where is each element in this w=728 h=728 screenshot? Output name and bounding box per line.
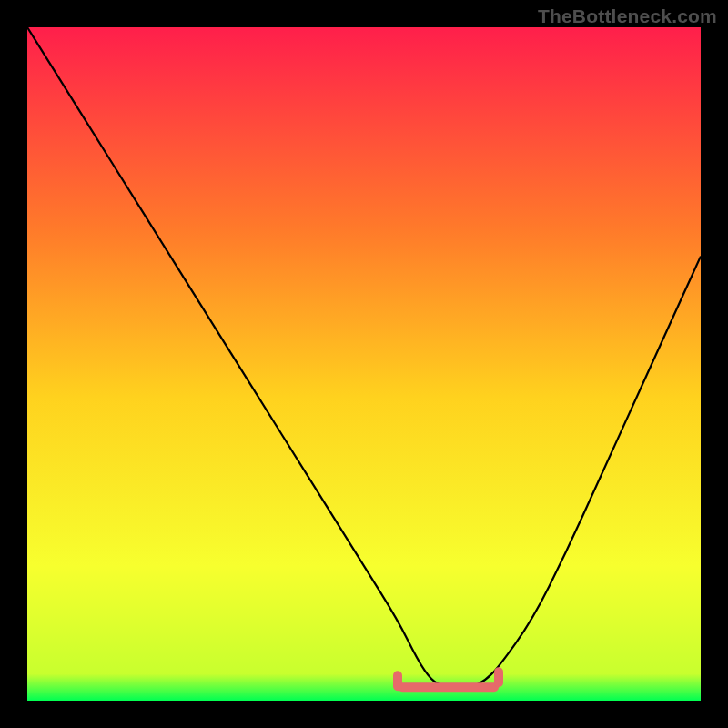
gradient-background	[27, 27, 701, 701]
svg-rect-0	[398, 682, 499, 692]
attribution-text: TheBottleneck.com	[538, 5, 717, 27]
plot-area	[27, 27, 701, 701]
chart-frame: TheBottleneck.com	[0, 0, 728, 728]
bottleneck-chart	[27, 27, 701, 701]
svg-rect-1	[393, 671, 402, 691]
svg-rect-2	[494, 667, 503, 687]
